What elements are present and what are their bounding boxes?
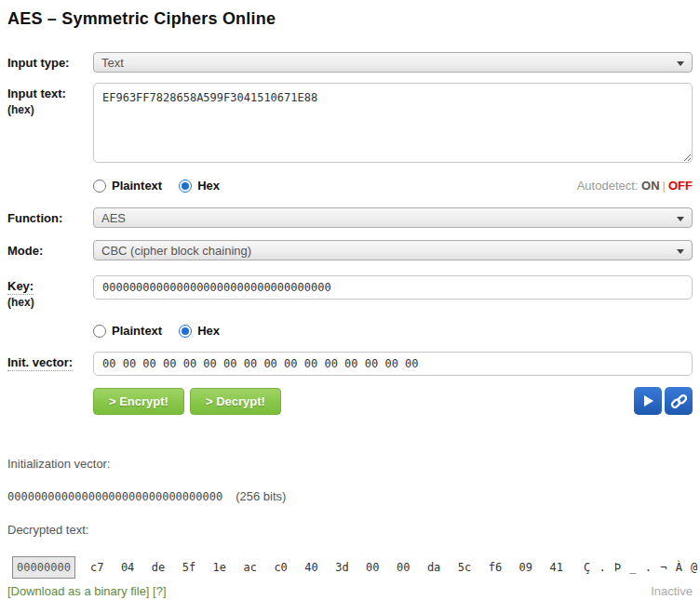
input-type-select[interactable]: Text xyxy=(93,52,693,73)
actions-row: > Encrypt! > Decrypt! xyxy=(7,387,693,415)
iv-result-bits: (256 bits) xyxy=(236,489,286,503)
autodetect-off-option[interactable]: OFF xyxy=(668,179,693,193)
init-vector-label: Init. vector: xyxy=(7,355,93,369)
chevron-down-icon xyxy=(677,61,684,66)
input-type-value: Text xyxy=(101,56,124,70)
input-text-label: Input text: xyxy=(7,87,93,100)
input-type-label: Input type: xyxy=(7,56,93,70)
download-binary-link[interactable]: [Download as a binary file] xyxy=(7,584,149,598)
input-hex-radio-label[interactable]: Hex xyxy=(197,179,220,193)
iv-result-label: Initialization vector: xyxy=(7,457,693,471)
key-format-row: Plaintext Hex xyxy=(7,324,693,338)
status-inactive-text: Inactive xyxy=(651,584,693,598)
hexdump-row: 00000000 c7 04 de 5f 1e ac c0 40 3d 00 0… xyxy=(7,556,693,579)
key-plaintext-radio[interactable] xyxy=(93,325,106,338)
key-row: Key: (hex) xyxy=(7,275,693,309)
autodetect-on-option[interactable]: ON xyxy=(641,179,660,193)
help-link[interactable]: [?] xyxy=(153,584,166,598)
hexdump-offset: 00000000 xyxy=(12,556,75,579)
mode-row: Mode: CBC (cipher block chaining) xyxy=(7,240,693,260)
page-title: AES – Symmetric Ciphers Online xyxy=(7,0,693,29)
autodetect-toggle: Autodetect: ON|OFF xyxy=(577,179,693,193)
input-text-row: Input text: (hex) EF963FF7828658A599F304… xyxy=(7,83,693,166)
input-text-area[interactable]: EF963FF7828658A599F3041510671E88 xyxy=(93,83,693,163)
input-plaintext-radio[interactable] xyxy=(93,180,106,193)
input-plaintext-radio-label[interactable]: Plaintext xyxy=(112,179,162,193)
chevron-down-icon xyxy=(677,249,684,254)
input-type-row: Input type: Text xyxy=(7,52,693,73)
key-hex-sublabel: (hex) xyxy=(7,296,93,309)
key-label: Key: xyxy=(7,279,93,293)
input-text-hex-sublabel: (hex) xyxy=(7,103,93,116)
chain-link-icon xyxy=(670,393,688,410)
mode-label: Mode: xyxy=(7,244,93,258)
function-select[interactable]: AES xyxy=(93,207,693,228)
init-vector-row: Init. vector: xyxy=(7,352,693,376)
key-hex-radio[interactable] xyxy=(179,325,192,338)
hexdump-ascii: Ç . Þ _ . ¬ À @ = . . Ú \ ö . A xyxy=(584,556,700,579)
input-hex-radio[interactable] xyxy=(179,180,192,193)
chevron-down-icon xyxy=(677,217,684,221)
mode-value: CBC (cipher block chaining) xyxy=(101,244,251,258)
run-button[interactable] xyxy=(634,387,662,415)
iv-result-value: 00000000000000000000000000000000 xyxy=(7,490,222,503)
autodetect-label: Autodetect: xyxy=(577,179,639,193)
mode-select[interactable]: CBC (cipher block chaining) xyxy=(93,240,693,260)
input-format-row: Plaintext Hex Autodetect: ON|OFF xyxy=(7,179,693,193)
encrypt-button[interactable]: > Encrypt! xyxy=(93,388,184,415)
function-label: Function: xyxy=(7,211,93,225)
play-icon xyxy=(640,393,655,408)
aes-cipher-page: AES – Symmetric Ciphers Online Input typ… xyxy=(0,0,700,600)
bottom-row: [Download as a binary file] [?] Inactive xyxy=(7,584,693,598)
key-input[interactable] xyxy=(93,275,693,300)
key-hex-radio-label[interactable]: Hex xyxy=(197,324,220,338)
init-vector-input[interactable] xyxy=(93,352,693,376)
key-plaintext-radio-label[interactable]: Plaintext xyxy=(112,324,162,338)
hexdump-bytes: c7 04 de 5f 1e ac c0 40 3d 00 00 da 5c f… xyxy=(90,556,563,579)
permalink-button[interactable] xyxy=(665,387,693,415)
decrypted-text-label: Decrypted text: xyxy=(7,523,693,537)
decrypt-button[interactable]: > Decrypt! xyxy=(190,388,281,415)
iv-result-line: 00000000000000000000000000000000 (256 bi… xyxy=(7,489,693,503)
function-row: Function: AES xyxy=(7,207,693,228)
function-value: AES xyxy=(101,211,126,225)
autodetect-separator: | xyxy=(663,179,666,193)
